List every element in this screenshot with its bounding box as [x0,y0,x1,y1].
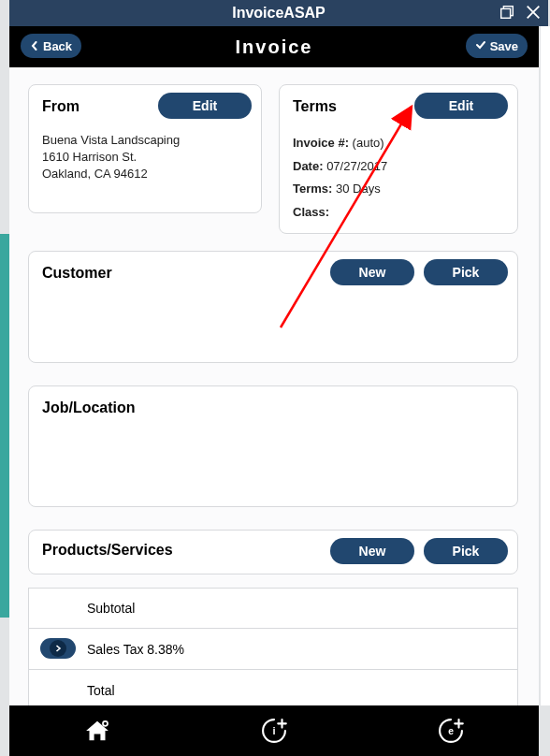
from-card: From Edit Buena Vista Landscaping 1610 H… [28,84,262,213]
total-label: Total [87,683,115,698]
salestax-label: Sales Tax 8.38% [87,642,184,657]
total-row: Total [29,670,517,705]
terms-value: 30 Days [336,182,381,196]
chevron-right-icon [50,640,66,657]
page-title: Invoice [236,36,313,58]
customer-card: Customer New Pick [28,251,518,363]
window-titlebar: InvoiceASAP [9,0,548,26]
svg-rect-1 [501,8,511,18]
back-button[interactable]: Back [21,34,81,58]
job-heading: Job/Location [42,400,504,416]
subtotal-label: Subtotal [87,601,135,616]
home-icon [81,715,113,747]
add-estimate-button[interactable]: e [362,705,539,756]
chevron-left-icon [30,39,39,53]
products-card: Products/Services New Pick [28,530,518,574]
products-new-button[interactable]: New [330,538,414,564]
add-estimate-icon: e [435,715,467,747]
window-close-icon[interactable] [524,3,543,22]
subtotal-row: Subtotal [29,588,517,629]
add-invoice-icon: i [258,715,290,747]
content-area: From Edit Buena Vista Landscaping 1610 H… [9,67,539,705]
products-pick-button[interactable]: Pick [424,538,508,564]
salestax-expand-toggle[interactable] [40,638,76,659]
job-location-card: Job/Location [28,385,518,507]
from-address: Buena Vista Landscaping 1610 Harrison St… [42,132,248,183]
save-label: Save [490,39,518,53]
check-icon [475,39,486,53]
svg-text:i: i [272,725,275,736]
save-button[interactable]: Save [466,34,528,58]
terms-edit-button[interactable]: Edit [414,93,508,119]
date-label: Date: [293,159,324,173]
window-restore-icon[interactable] [498,3,516,22]
bottom-toolbar: i e [9,705,539,756]
invoice-label: Invoice #: [293,136,349,150]
window-title: InvoiceASAP [232,5,326,22]
from-addr1: 1610 Harrison St. [42,149,248,166]
invoice-value: (auto) [353,136,384,150]
customer-pick-button[interactable]: Pick [424,259,508,285]
totals-section: Subtotal Sales Tax 8.38% Total [28,588,518,705]
svg-point-4 [103,721,108,726]
date-value: 07/27/2017 [326,159,387,173]
terms-body: Invoice #: (auto) Date: 07/27/2017 Terms… [293,132,504,225]
salestax-row: Sales Tax 8.38% [29,629,517,670]
scrollbar-track[interactable] [541,26,550,705]
customer-new-button[interactable]: New [330,259,414,285]
terms-label: Terms: [293,182,332,196]
add-invoice-button[interactable]: i [186,705,363,756]
from-name: Buena Vista Landscaping [42,132,248,149]
nav-bar: Back Invoice Save [9,26,539,67]
home-button[interactable] [9,705,186,756]
terms-card: Terms Edit Invoice #: (auto) Date: 07/27… [279,84,518,234]
back-label: Back [43,39,72,53]
from-addr2: Oakland, CA 94612 [42,166,248,182]
svg-text:e: e [448,726,454,736]
from-edit-button[interactable]: Edit [158,93,252,119]
class-label: Class: [293,205,329,219]
